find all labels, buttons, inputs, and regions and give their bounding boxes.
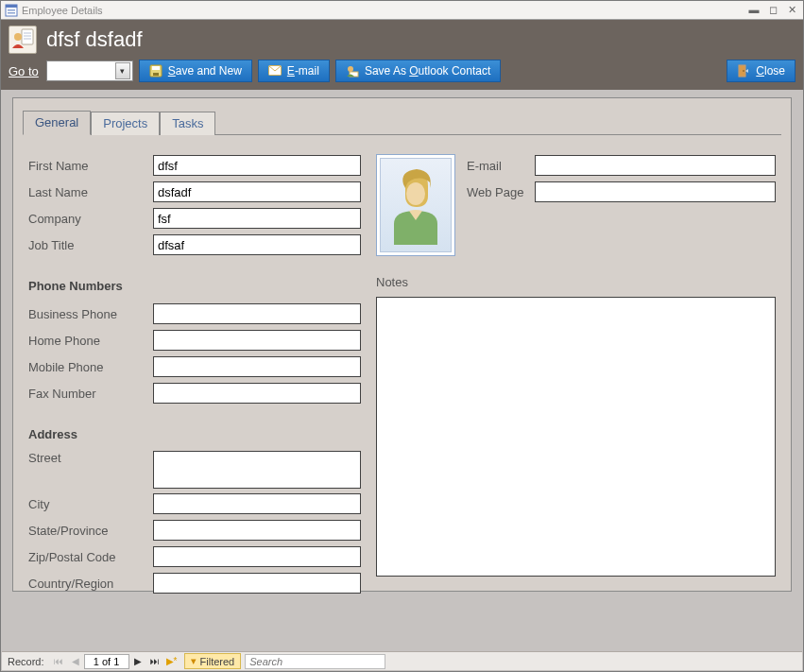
- header-avatar-icon: [9, 26, 37, 54]
- email-button[interactable]: E-mail: [258, 60, 330, 82]
- last-name-label: Last Name: [28, 185, 153, 199]
- close-label: Close: [756, 64, 785, 78]
- goto-select[interactable]: ▾: [46, 60, 133, 81]
- state-label: State/Province: [28, 524, 153, 538]
- notes-input[interactable]: [376, 297, 776, 577]
- fax-number-input[interactable]: [153, 383, 361, 404]
- record-label: Record:: [2, 656, 50, 667]
- nav-next-button[interactable]: ▶: [129, 653, 146, 670]
- company-input[interactable]: [153, 208, 361, 229]
- mobile-phone-input[interactable]: [153, 356, 361, 377]
- save-and-new-label: Save and New: [168, 64, 242, 78]
- outlook-contact-icon: [346, 64, 359, 78]
- form-icon: [5, 4, 18, 17]
- email-label: E-mail: [467, 159, 535, 173]
- window-title: Employee Details: [22, 5, 103, 16]
- envelope-icon: [268, 64, 282, 78]
- first-name-input[interactable]: [153, 155, 361, 176]
- svg-rect-1: [6, 5, 17, 8]
- email-input[interactable]: [535, 155, 776, 176]
- goto-label: Go to: [9, 64, 39, 78]
- avatar-placeholder-icon: [386, 165, 445, 245]
- save-icon: [149, 64, 163, 78]
- form-card: General Projects Tasks First Name Last N…: [12, 97, 792, 592]
- business-phone-input[interactable]: [153, 303, 361, 324]
- email-label: E-mail: [287, 64, 319, 78]
- svg-rect-4: [22, 29, 33, 44]
- last-name-input[interactable]: [153, 181, 361, 202]
- filtered-indicator[interactable]: ▾ Filtered: [184, 653, 242, 669]
- city-input[interactable]: [153, 493, 361, 514]
- web-page-label: Web Page: [467, 185, 535, 199]
- employee-photo[interactable]: [376, 154, 455, 256]
- svg-point-8: [14, 33, 22, 41]
- save-as-outlook-contact-button[interactable]: Save As Outlook Contact: [335, 60, 501, 82]
- save-and-new-button[interactable]: Save and New: [139, 60, 252, 82]
- state-input[interactable]: [153, 520, 361, 541]
- country-label: Country/Region: [28, 577, 153, 591]
- nav-last-button[interactable]: ⏭: [146, 653, 163, 670]
- web-page-input[interactable]: [535, 181, 776, 202]
- svg-rect-15: [739, 65, 745, 77]
- filtered-label: Filtered: [200, 656, 235, 667]
- country-input[interactable]: [153, 573, 361, 594]
- street-input[interactable]: [153, 451, 361, 489]
- city-label: City: [28, 497, 153, 511]
- door-close-icon: [737, 64, 750, 78]
- mobile-phone-label: Mobile Phone: [28, 360, 153, 374]
- zip-input[interactable]: [153, 546, 361, 567]
- svg-rect-3: [8, 12, 15, 14]
- record-navigator: Record: ⏮ ◀ ▶ ⏭ ▶* ▾ Filtered: [2, 651, 802, 670]
- fax-number-label: Fax Number: [28, 387, 153, 401]
- restore-button[interactable]: ◻: [765, 4, 780, 16]
- street-label: Street: [28, 451, 153, 465]
- tab-projects[interactable]: Projects: [91, 112, 160, 135]
- minimize-button[interactable]: ▬: [746, 4, 761, 16]
- nav-new-button[interactable]: ▶*: [163, 653, 180, 670]
- svg-rect-11: [153, 73, 159, 76]
- job-title-label: Job Title: [28, 238, 153, 252]
- tab-general[interactable]: General: [23, 111, 91, 135]
- home-phone-label: Home Phone: [28, 334, 153, 348]
- svg-point-18: [406, 182, 425, 205]
- nav-first-button[interactable]: ⏮: [50, 653, 67, 670]
- svg-point-17: [744, 70, 745, 72]
- tab-tasks[interactable]: Tasks: [160, 112, 215, 135]
- save-as-outlook-contact-label: Save As Outlook Contact: [365, 64, 490, 78]
- zip-label: Zip/Postal Code: [28, 550, 153, 564]
- record-position-input[interactable]: [84, 654, 129, 669]
- close-window-button[interactable]: ✕: [784, 4, 799, 16]
- svg-rect-2: [8, 9, 15, 11]
- svg-point-14: [348, 66, 353, 72]
- funnel-icon: ▾: [191, 655, 197, 667]
- first-name-label: First Name: [28, 159, 153, 173]
- business-phone-label: Business Phone: [28, 307, 153, 321]
- phone-section-title: Phone Numbers: [28, 279, 361, 293]
- goto-dropdown-arrow-icon: ▾: [115, 62, 130, 79]
- company-label: Company: [28, 212, 153, 226]
- notes-label: Notes: [376, 275, 776, 289]
- header-title: dfsf dsfadf: [46, 27, 143, 52]
- address-section-title: Address: [28, 427, 361, 441]
- close-button[interactable]: Close: [727, 60, 795, 82]
- job-title-input[interactable]: [153, 234, 361, 255]
- nav-prev-button[interactable]: ◀: [67, 653, 84, 670]
- svg-rect-10: [152, 66, 160, 70]
- home-phone-input[interactable]: [153, 330, 361, 351]
- record-search-input[interactable]: [245, 654, 385, 669]
